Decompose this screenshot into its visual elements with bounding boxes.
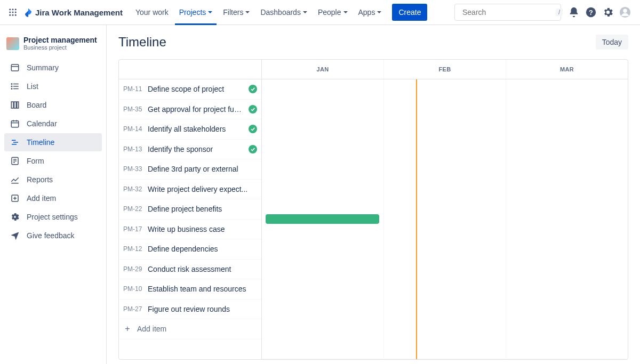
sidebar-item-label: Project settings [27,213,78,221]
sidebar-item-label: Calendar [27,119,57,128]
task-key: PM-17 [123,225,148,233]
sidebar-item-form[interactable]: Form [4,152,102,170]
chevron-down-icon [245,11,250,13]
task-row[interactable]: PM-13Identify the sponsor [119,140,261,159]
task-row[interactable]: PM-10Establish team and resources [119,279,261,299]
sidebar-icon [10,212,20,222]
svg-point-3 [9,12,11,13]
task-bar[interactable] [266,214,379,224]
sidebar-icon [10,137,20,148]
task-row[interactable]: PM-33Define 3rd party or external [119,159,261,179]
task-row[interactable]: PM-27Figure out review rounds [119,300,261,319]
nav-filters[interactable]: Filters [219,4,254,21]
svg-rect-25 [17,102,19,108]
sidebar-item-label: List [27,82,38,91]
sidebar-item-summary[interactable]: Summary [4,59,102,77]
task-row[interactable]: PM-17Write up business case [119,220,261,239]
search-shortcut-key: / [556,9,563,16]
task-key: PM-10 [123,285,148,293]
sidebar-item-calendar[interactable]: Calendar [4,115,102,133]
sidebar-list: SummaryListBoardCalendarTimelineFormRepo… [0,59,106,245]
task-key: PM-32 [123,185,148,193]
timeline-body: PM-11Define scope of projectPM-35Get app… [119,79,628,359]
brand[interactable]: Jira Work Management [23,7,123,17]
task-key: PM-27 [123,305,148,313]
task-row[interactable]: PM-11Define scope of project [119,79,261,99]
jira-logo-icon [23,7,33,17]
nav-items: Your work Projects Filters Dashboards Pe… [130,4,428,21]
sidebar-icon [10,156,20,166]
sidebar-item-add-item[interactable]: Add item [4,189,102,207]
nav-people[interactable]: People [314,4,352,21]
add-item-row[interactable]: +Add item [119,319,261,339]
svg-rect-24 [14,102,17,108]
sidebar-item-label: Reports [27,175,53,184]
nav-filters-label: Filters [223,8,243,17]
sidebar-icon [10,81,20,92]
timeline-months: JANFEBMAR [262,60,628,79]
task-row[interactable]: PM-32Write project delivery expect... [119,180,261,199]
nav-projects-label: Projects [179,8,206,17]
done-check-icon [249,145,257,153]
task-row[interactable]: PM-35Get approval for project fund... [119,100,261,119]
svg-text:?: ? [589,9,593,17]
sidebar-item-project-settings[interactable]: Project settings [4,208,102,226]
done-check-icon [249,125,257,133]
project-name: Project management [23,36,97,44]
task-row[interactable]: PM-29Conduct risk assessment [119,260,261,279]
sidebar-icon [10,193,20,204]
brand-text: Jira Work Management [35,8,123,17]
svg-point-20 [11,84,12,85]
svg-point-0 [9,9,11,10]
page-title: Timeline [118,35,166,50]
timeline-header: JANFEBMAR [119,60,628,79]
timeline-task-list: PM-11Define scope of projectPM-35Get app… [119,79,262,359]
month-header: FEB [384,60,506,79]
profile-avatar[interactable] [617,4,634,21]
task-row[interactable]: PM-14Identify all stakeholders [119,119,261,139]
task-bar-row [262,79,628,359]
sidebar-item-label: Board [27,101,46,109]
notifications-icon[interactable] [565,4,582,21]
sidebar-item-board[interactable]: Board [4,96,102,114]
sidebar-item-give-feedback[interactable]: Give feedback [4,227,102,245]
sidebar-item-timeline[interactable]: Timeline [4,133,102,151]
svg-point-1 [12,9,14,10]
project-header[interactable]: Project management Business project [0,33,106,59]
search-box[interactable]: / [454,4,561,21]
settings-icon[interactable] [599,4,617,21]
chevron-down-icon [303,11,307,13]
nav-apps[interactable]: Apps [354,4,386,21]
chevron-down-icon [208,11,212,13]
task-row[interactable]: PM-22Define project benefits [119,199,261,219]
sidebar-icon [10,118,20,129]
timeline-chart [262,79,628,359]
timeline-container: JANFEBMAR PM-11Define scope of projectPM… [118,59,628,360]
sidebar-item-label: Form [27,157,44,165]
task-title: Define 3rd party or external [148,165,254,173]
svg-point-4 [12,12,14,13]
task-title: Identify the sponsor [148,145,245,153]
app-switcher-icon[interactable] [6,6,19,19]
sidebar-item-list[interactable]: List [4,77,102,95]
nav-projects[interactable]: Projects [175,4,217,21]
task-key: PM-35 [123,106,148,113]
chevron-down-icon [377,11,381,13]
help-icon[interactable]: ? [582,4,599,21]
today-button[interactable]: Today [596,35,628,50]
task-row[interactable]: PM-12Define dependencies [119,239,261,259]
task-title: Write up business case [148,225,254,233]
nav-dashboards[interactable]: Dashboards [256,4,311,21]
sidebar-item-label: Add item [27,194,56,203]
svg-point-5 [15,12,17,13]
search-input[interactable] [462,8,556,17]
sidebar-icon [10,230,20,241]
svg-point-8 [15,14,17,16]
task-title: Define dependencies [148,245,254,253]
project-icon [6,37,19,50]
sidebar-icon [10,62,20,73]
sidebar-item-reports[interactable]: Reports [4,171,102,189]
done-check-icon [249,105,257,114]
nav-your-work[interactable]: Your work [131,4,173,21]
create-button[interactable]: Create [392,4,427,21]
